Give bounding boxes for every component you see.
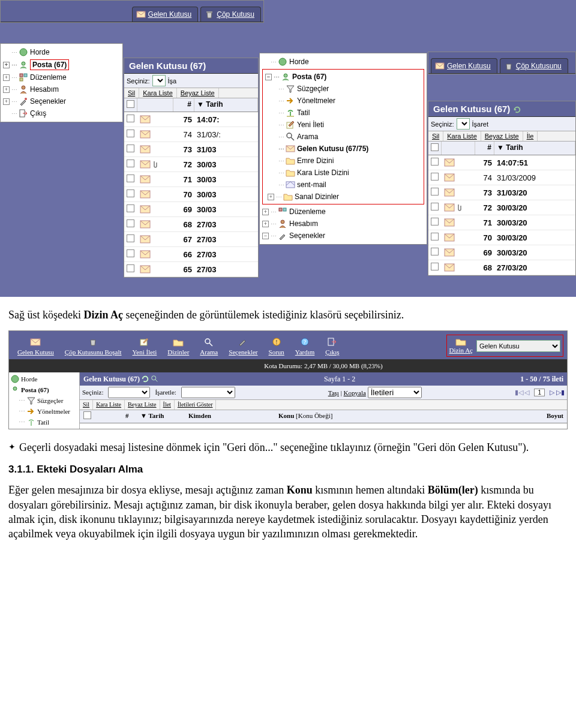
ctree-emre[interactable]: ⋯Emre Dizini (277, 155, 422, 167)
tree-posta[interactable]: +⋯Posta (67) (2, 58, 121, 71)
sel-seciniz[interactable] (108, 387, 150, 398)
checkbox-all-r[interactable] (431, 143, 439, 151)
row-checkbox[interactable] (127, 189, 134, 197)
ctree-yeni-ileti[interactable]: ⋯Yeni İleti (277, 119, 422, 131)
refresh-icon[interactable] (513, 106, 521, 114)
btn-kara-r[interactable]: Kara Liste (443, 131, 481, 141)
row-checkbox[interactable] (127, 249, 134, 257)
wb-goster[interactable]: İletileri Göster (175, 400, 217, 410)
menu-bosalt[interactable]: Çöp Kutusunu Boşalt (60, 337, 127, 359)
ctree-hesabim[interactable]: +⋯Hesabım (261, 218, 425, 230)
ctree-suzgecler[interactable]: ⋯Süzgeçler (277, 83, 422, 95)
dizin-ac-select[interactable]: Gelen Kutusu (476, 340, 560, 352)
row-checkbox[interactable] (431, 248, 439, 255)
tab-trash-r[interactable]: Çöp Kutusunu (500, 58, 568, 73)
row-checkbox[interactable] (127, 145, 134, 152)
cb-all-w[interactable] (83, 411, 91, 419)
table-row[interactable]: 7130/03 (124, 172, 258, 187)
sel-iletileri[interactable]: İletileri (368, 387, 422, 398)
row-checkbox[interactable] (431, 263, 439, 270)
btn-beyaz[interactable]: Beyaz Liste (177, 88, 219, 98)
ctree-gelen[interactable]: ⋯Gelen Kutusu (67/75) (277, 143, 422, 155)
sel-isaretle[interactable] (181, 387, 235, 398)
search-icon[interactable] (151, 375, 159, 383)
menu-arama[interactable]: Arama (195, 337, 223, 359)
wb-ilet[interactable]: İlet (160, 400, 175, 410)
row-checkbox[interactable] (127, 204, 134, 212)
row-checkbox[interactable] (431, 158, 439, 166)
nav-arrows-r[interactable]: ▷ ▷▮ (550, 388, 565, 397)
wtree-tatil[interactable]: ⋯Tatil (10, 417, 78, 428)
table-row[interactable]: 7030/03/20 (428, 230, 575, 245)
table-row[interactable]: 7230/03 (124, 157, 258, 172)
page-input[interactable] (534, 389, 545, 396)
checkbox-all[interactable] (127, 100, 134, 108)
btn-sil[interactable]: Sil (124, 88, 139, 98)
wb-sil[interactable]: Sil (80, 400, 93, 410)
row-checkbox[interactable] (127, 160, 134, 167)
btn-ile-r[interactable]: İle (523, 131, 538, 141)
table-row[interactable]: 7331/03 (124, 142, 258, 157)
row-checkbox[interactable] (431, 218, 439, 225)
tree-hesabim[interactable]: +⋯Hesabım (2, 83, 121, 95)
nav-arrows[interactable]: ▮◁ ◁ (515, 388, 530, 397)
table-row[interactable]: 7514:07:51 (428, 155, 575, 170)
tree-secenekler[interactable]: +⋯Seçenekler (2, 95, 121, 107)
menu-secenekler[interactable]: Seçenekler (224, 337, 262, 359)
row-checkbox[interactable] (127, 219, 134, 227)
table-row[interactable]: 6930/03 (124, 202, 258, 217)
table-row[interactable]: 6627/03 (124, 247, 258, 262)
wtree-posta[interactable]: Posta (67) (10, 384, 78, 395)
tree-horde[interactable]: ⋯Horde (2, 46, 121, 58)
table-row[interactable]: 7431/03/2009 (428, 170, 575, 185)
menu-yeni[interactable]: Yeni İleti (128, 337, 162, 359)
row-checkbox[interactable] (431, 173, 439, 181)
row-checkbox[interactable] (431, 233, 439, 240)
menu-cikis[interactable]: Çıkış (320, 337, 344, 359)
row-checkbox[interactable] (127, 130, 134, 137)
ctree-secenekler[interactable]: −⋯Seçenekler (261, 230, 425, 242)
menu-gelen[interactable]: Gelen Kutusu (13, 337, 59, 359)
table-row[interactable]: 7130/03/20 (428, 215, 575, 230)
table-row[interactable]: 7230/03/20 (428, 200, 575, 215)
tab-inbox[interactable]: Gelen Kutusu (132, 7, 199, 22)
ctree-duzenleme[interactable]: +⋯Düzenleme (261, 206, 425, 218)
tab-trash[interactable]: Çöp Kutusu (200, 7, 261, 22)
row-checkbox[interactable] (127, 175, 134, 182)
row-checkbox[interactable] (127, 115, 134, 122)
table-row[interactable]: 7431/03/: (124, 127, 258, 142)
wb-beyaz[interactable]: Beyaz Liste (125, 400, 160, 410)
select-seciniz-r[interactable] (457, 118, 470, 130)
btn-kara[interactable]: Kara Liste (139, 88, 177, 98)
menu-dizinler[interactable]: Dizinler (163, 337, 194, 359)
ctree-arama[interactable]: ⋯Arama (277, 131, 422, 143)
table-row[interactable]: 6930/03/20 (428, 245, 575, 260)
row-checkbox[interactable] (431, 188, 439, 195)
ctree-posta[interactable]: −⋯Posta (67) (264, 71, 422, 83)
menu-sorun[interactable]: !Sorun (264, 337, 289, 359)
ctree-kara[interactable]: ⋯Kara Liste Dizini (277, 167, 422, 179)
wtree-yon[interactable]: ⋯Yöneltmeler (10, 406, 78, 417)
ctree-horde[interactable]: ⋯Horde (261, 56, 425, 68)
btn-sil-r[interactable]: Sil (428, 131, 443, 141)
wtree-horde[interactable]: Horde (10, 374, 78, 384)
table-row[interactable]: 6527/03 (124, 262, 258, 277)
row-checkbox[interactable] (127, 234, 134, 242)
refresh-icon[interactable] (141, 375, 149, 383)
row-checkbox[interactable] (127, 264, 134, 272)
ctree-sanal[interactable]: +⋯Sanal Dizinler (277, 191, 422, 203)
wb-kara[interactable]: Kara Liste (93, 400, 125, 410)
ctree-tatil[interactable]: ⋯Tatil (277, 107, 422, 119)
table-row[interactable]: 6727/03 (124, 232, 258, 247)
row-checkbox[interactable] (431, 203, 439, 210)
table-row[interactable]: 7514:07: (124, 112, 258, 127)
btn-beyaz-r[interactable]: Beyaz Liste (481, 131, 523, 141)
menu-yardim[interactable]: ?Yardım (290, 337, 320, 359)
tree-cikis[interactable]: ⋯Çıkış (2, 107, 121, 119)
select-seciniz[interactable] (152, 75, 166, 86)
ctree-sent[interactable]: ⋯sent-mail (277, 179, 422, 191)
tab-inbox-r[interactable]: Gelen Kutusu (431, 58, 497, 73)
table-row[interactable]: 7331/03/20 (428, 185, 575, 200)
table-row[interactable]: 6827/03/20 (428, 260, 575, 275)
wtree-suzg[interactable]: ⋯Süzgeçler (10, 395, 78, 406)
